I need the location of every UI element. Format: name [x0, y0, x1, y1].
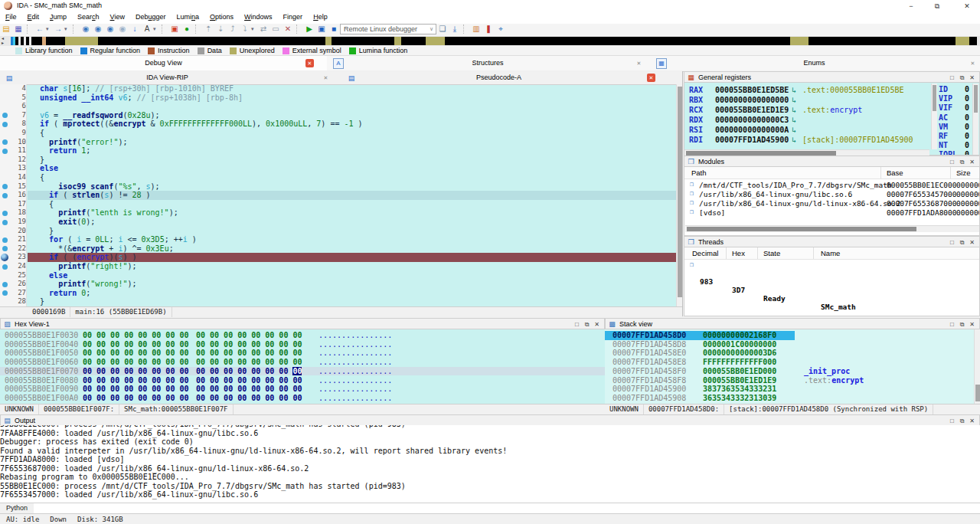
hexview-maximize-icon[interactable]: □: [572, 321, 582, 328]
navigation-band[interactable]: ◂▸: [0, 36, 980, 46]
code-line-8[interactable]: 8 if ( mprotect((&encrypt & 0xFFFFFFFFFF…: [0, 120, 682, 129]
target-icon[interactable]: ⌖: [495, 24, 507, 34]
registers-panel-header[interactable]: ▦ General registers □⧉✕: [684, 71, 980, 83]
modules-panel-header[interactable]: ❒ Modules □⧉✕: [684, 156, 980, 167]
navband-segments[interactable]: [11, 37, 977, 45]
hex-row[interactable]: 000055BB0E1F007000 00 00 00 00 00 00 000…: [0, 367, 605, 376]
threads-float-icon[interactable]: ⧉: [957, 239, 967, 247]
hex-row[interactable]: 000055BB0E1F008000 00 00 00 00 00 00 000…: [0, 376, 605, 385]
output-panel-header[interactable]: ▤ Output □⧉✕: [0, 414, 980, 426]
code-line-27[interactable]: 27 return 0;: [0, 289, 682, 298]
menu-help[interactable]: Help: [308, 12, 333, 21]
code-line-16[interactable]: 16 if ( strlen(s) != 28 ): [0, 191, 682, 200]
menu-view[interactable]: View: [105, 12, 130, 21]
stack-row[interactable]: 00007FFD1AD458D80000001C00000000: [605, 340, 980, 349]
code-line-24[interactable]: 24 printf("right!");: [0, 262, 682, 271]
tab-debug-view-close-icon[interactable]: ✕: [305, 59, 314, 67]
stack-row[interactable]: 00007FFD1AD458F8000055BB0E1ED1E9.text:en…: [605, 376, 980, 385]
threads-maximize-icon[interactable]: □: [947, 239, 957, 246]
dropdown-caret-icon[interactable]: ▾: [46, 24, 52, 34]
stack-close-icon[interactable]: ✕: [967, 321, 977, 328]
menu-search[interactable]: Search: [72, 12, 105, 21]
stack-maximize-icon[interactable]: □: [947, 321, 957, 328]
menu-jump[interactable]: Jump: [44, 12, 72, 21]
hex-row[interactable]: 000055BB0E1F00A000 00 00 00 00 00 00 000…: [0, 394, 605, 403]
flag-iopl[interactable]: IOPL0: [939, 150, 957, 155]
save-icon[interactable]: ▦: [12, 24, 24, 34]
nav-forward-icon[interactable]: →: [52, 24, 64, 34]
dropdown-caret-icon[interactable]: ▾: [251, 24, 257, 34]
code-line-12[interactable]: 12 }: [0, 156, 682, 165]
flag-icon[interactable]: ❚: [482, 24, 495, 34]
dropdown-caret-icon[interactable]: ▾: [153, 24, 159, 34]
threads-column-headers[interactable]: Decimal Hex State Name: [684, 247, 980, 260]
ida-view-close-icon[interactable]: ✕: [322, 74, 330, 82]
stack-row[interactable]: 00007FFD1AD458E8FFFFFFFFFFFFF000: [605, 358, 980, 367]
code-line-23[interactable]: 23 if ( (encrypt)(s) ): [0, 253, 682, 262]
flags-scrollbar[interactable]: [972, 84, 978, 155]
search-binoculars-icon[interactable]: ◉: [80, 24, 92, 34]
hex-row[interactable]: 000055BB0E1F004000 00 00 00 00 00 00 000…: [0, 340, 605, 349]
registers-close-icon[interactable]: ✕: [967, 74, 977, 81]
stop-process-icon[interactable]: ■: [328, 24, 340, 34]
hex-row[interactable]: 000055BB0E1F005000 00 00 00 00 00 00 000…: [0, 349, 605, 358]
flag-vip[interactable]: VIP0: [939, 94, 952, 103]
stack-row[interactable]: 00007FFD1AD458D000000000002168F0: [605, 331, 980, 340]
code-line-4[interactable]: 4 char s[16]; // [rsp+30h] [rbp-1010h] B…: [0, 84, 682, 93]
code-line-20[interactable]: 20 }: [0, 227, 682, 236]
ascii-a-icon[interactable]: A: [141, 24, 153, 34]
code-line-17[interactable]: 17 {: [0, 200, 682, 209]
module-row[interactable]: ❒[vdso]00007FFD1ADA80000000000: [684, 208, 980, 218]
code-line-9[interactable]: 9 {: [0, 129, 682, 138]
breakpoint-a-icon[interactable]: ▣: [168, 24, 181, 34]
flag-rf[interactable]: RF0: [939, 132, 948, 141]
trace-icon[interactable]: ⇄: [257, 24, 270, 34]
code-line-22[interactable]: 22 *(&encrypt + i) ^= 0x3Eu;: [0, 244, 682, 254]
registers-float-icon[interactable]: ⧉: [957, 74, 967, 82]
stack-row[interactable]: 00007FFD1AD459083635343332313039: [605, 394, 980, 403]
code-line-21[interactable]: 21 for ( i = 0LL; i <= 0x3D5; ++i ): [0, 235, 682, 244]
menu-windows[interactable]: Windows: [239, 12, 278, 21]
module-row[interactable]: ❒/mnt/d/CTF_tools/IDA_Pro_7.7/dbgsrv/SMc…: [684, 181, 980, 190]
module-row[interactable]: ❒/usr/lib/x86_64-linux-gnu/libc.so.60000…: [684, 190, 980, 199]
flag-nt[interactable]: NT0: [939, 141, 948, 150]
stack-float-icon[interactable]: ⧉: [957, 321, 967, 329]
code-line-7[interactable]: 7 v6 = __readfsqword(0x28u);: [0, 111, 682, 120]
modules-maximize-icon[interactable]: □: [947, 159, 957, 165]
search-next-icon[interactable]: ◉: [92, 24, 104, 34]
flag-ac[interactable]: AC0: [939, 113, 948, 123]
pseudocode-close-icon[interactable]: ✕: [647, 74, 655, 82]
run-to-cursor-icon[interactable]: ⤵: [239, 24, 251, 34]
hex-row[interactable]: 000055BB0E1F003000 00 00 00 00 00 00 000…: [0, 331, 605, 340]
modules-float-icon[interactable]: ⧉: [957, 159, 967, 166]
python-input[interactable]: [34, 503, 980, 513]
stack-row[interactable]: 00007FFD1AD458E000000000000003D6: [605, 349, 980, 358]
code-line-15[interactable]: 15 __isoc99_scanf("%s", s);: [0, 182, 682, 192]
tab-debug-view[interactable]: Debug View ✕: [0, 56, 328, 70]
close-button[interactable]: ✕: [954, 0, 980, 12]
debugger-options-icon[interactable]: ❏: [436, 24, 449, 34]
flag-vm[interactable]: VM0: [939, 123, 948, 132]
hexview-float-icon[interactable]: ⧉: [582, 321, 592, 329]
tab-enums-close-icon[interactable]: ✕: [969, 59, 977, 67]
cancel-icon[interactable]: ✕: [282, 24, 294, 34]
code-line-19[interactable]: 19 exit(0);: [0, 218, 682, 227]
search-text-icon[interactable]: ◉: [104, 24, 116, 34]
code-line-28[interactable]: 28 }: [0, 297, 682, 306]
menu-options[interactable]: Options: [204, 12, 239, 21]
attach-icon[interactable]: ▭: [270, 24, 282, 34]
pseudocode-header[interactable]: ▤ Pseudocode-A ✕: [335, 71, 664, 85]
enable-icon[interactable]: ●: [181, 24, 193, 34]
step-over-icon[interactable]: ⇣: [214, 24, 227, 34]
restore-button[interactable]: ⧉: [924, 0, 950, 12]
run-until-return-icon[interactable]: ⤴: [227, 24, 239, 34]
continue-icon[interactable]: ⤓: [449, 24, 461, 34]
step-into-icon[interactable]: ⇡: [202, 24, 214, 34]
output-log[interactable]: 55BB0E1EC000: process /mnt/d/CTF_tools/I…: [0, 425, 980, 503]
menu-finger[interactable]: Finger: [278, 12, 309, 21]
firefox-like-icon[interactable]: ▥: [470, 24, 482, 34]
dropdown-caret-icon[interactable]: ▾: [64, 24, 70, 34]
code-line-25[interactable]: 25 else: [0, 271, 682, 280]
code-line-6[interactable]: 6: [0, 102, 682, 111]
open-file-icon[interactable]: ▤: [0, 24, 12, 34]
